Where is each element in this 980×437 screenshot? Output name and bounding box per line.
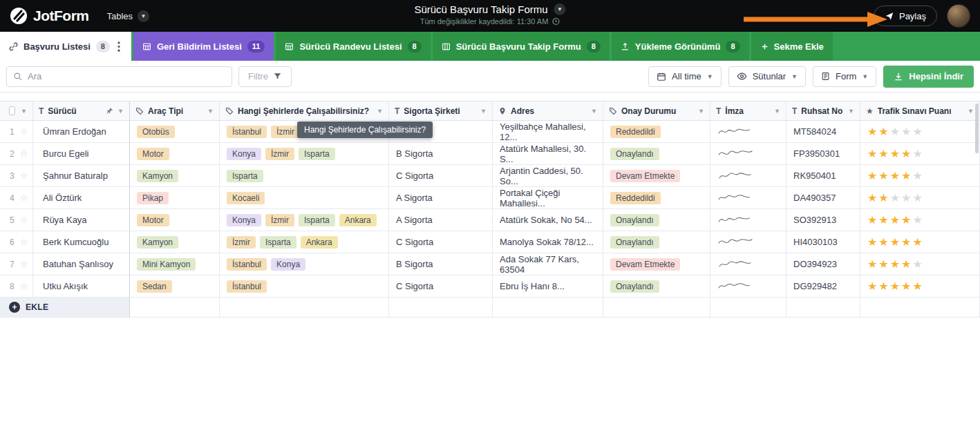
- column-header-i-mza[interactable]: Tİmza▼: [710, 101, 786, 121]
- cell-signature[interactable]: [710, 209, 786, 231]
- filter-button[interactable]: Filtre: [238, 66, 292, 87]
- chevron-down-icon[interactable]: ▼: [207, 108, 214, 115]
- cell-driver[interactable]: Rüya Kaya: [33, 209, 130, 231]
- chevron-down-icon[interactable]: ▼: [698, 108, 704, 115]
- chevron-down-icon[interactable]: ▼: [968, 108, 974, 115]
- cell-license-no[interactable]: SO392913: [786, 209, 860, 231]
- chevron-down-icon[interactable]: ▼: [480, 108, 487, 115]
- star-rating[interactable]: ★★★★★: [867, 235, 924, 249]
- cell-status[interactable]: Onaylandı: [603, 275, 710, 298]
- tab-surucu-randevu-listesi[interactable]: Sürücü Randevu Listesi8: [276, 32, 430, 61]
- cell-cities[interactable]: İstanbulKonya: [220, 253, 389, 275]
- cell-vehicle-type[interactable]: Pikap: [130, 187, 220, 209]
- tab-basvuru-listesi[interactable]: Başvuru Listesi8: [0, 32, 131, 61]
- select-all-checkbox[interactable]: [9, 106, 15, 115]
- cell-driver[interactable]: Ümran Erdoğan: [33, 121, 130, 143]
- cell-address[interactable]: Manolya Sokak 78/12...: [493, 231, 603, 253]
- cell-insurance[interactable]: A Sigorta: [389, 187, 493, 209]
- cell-status[interactable]: Reddedildi: [603, 187, 710, 209]
- cell-status[interactable]: Devam Etmekte: [603, 253, 710, 275]
- cell-traffic-score[interactable]: ★★★★★: [860, 143, 980, 165]
- cell-vehicle-type[interactable]: Otobüs: [130, 121, 220, 143]
- cell-cities[interactable]: Isparta: [220, 165, 389, 187]
- cell-license-no[interactable]: DA490357: [786, 187, 860, 209]
- cell-insurance[interactable]: C Sigorta: [389, 231, 493, 253]
- column-header-onay-durumu[interactable]: Onay Durumu▼: [603, 101, 710, 121]
- cell-address[interactable]: Arjantin Caddesi, 50. So...: [493, 165, 603, 187]
- favorite-star-icon[interactable]: ☆: [20, 237, 28, 247]
- column-header-trafik-sinavi-puani[interactable]: ★Trafik Sınavı Puanı▼: [860, 101, 980, 121]
- cell-address[interactable]: Atatürk Mahallesi, 30. S...: [493, 143, 603, 165]
- cell-status[interactable]: Devam Etmekte: [603, 165, 710, 187]
- cell-vehicle-type[interactable]: Motor: [130, 209, 220, 231]
- form-button[interactable]: Form ▼: [813, 66, 876, 87]
- cell-status[interactable]: Onaylandı: [603, 209, 710, 231]
- vertical-scrollbar[interactable]: [975, 104, 979, 153]
- cell-traffic-score[interactable]: ★★★★★: [860, 121, 980, 143]
- cell-cities[interactable]: KonyaİzmirIspartaAnkara: [220, 209, 389, 231]
- cell-insurance[interactable]: B Sigorta: [389, 253, 493, 275]
- add-row-button[interactable]: +EKLE: [0, 298, 130, 318]
- cell-status[interactable]: Onaylandı: [603, 143, 710, 165]
- star-rating[interactable]: ★★★★★: [867, 280, 924, 293]
- kebab-menu-icon[interactable]: [115, 40, 122, 53]
- cell-signature[interactable]: [710, 187, 786, 209]
- cell-status[interactable]: Onaylandı: [603, 231, 710, 253]
- cell-signature[interactable]: [710, 165, 786, 187]
- favorite-star-icon[interactable]: ☆: [20, 259, 28, 269]
- cell-traffic-score[interactable]: ★★★★★: [860, 209, 980, 231]
- star-rating[interactable]: ★★★★★: [867, 191, 924, 204]
- chevron-down-icon[interactable]: ▼: [21, 108, 27, 115]
- cell-driver[interactable]: Utku Akışık: [33, 275, 130, 298]
- jotform-logo[interactable]: JotForm: [10, 7, 89, 25]
- favorite-star-icon[interactable]: ☆: [20, 171, 28, 181]
- cell-license-no[interactable]: RK950401: [786, 165, 860, 187]
- cell-insurance[interactable]: C Sigorta: [389, 165, 493, 187]
- columns-button[interactable]: Sütunlar ▼: [728, 66, 806, 87]
- column-header-sigorta-sirketi[interactable]: TSigorta Şirketi▼: [389, 101, 493, 121]
- cell-cities[interactable]: Kocaeli: [220, 187, 389, 209]
- cell-address[interactable]: Atatürk Sokak, No 54...: [493, 209, 603, 231]
- cell-traffic-score[interactable]: ★★★★★: [860, 253, 980, 275]
- tab-yukleme-gorunumu[interactable]: Yükleme Görünümü8: [612, 32, 749, 61]
- column-header-surucu[interactable]: TSürücü▼: [33, 101, 130, 121]
- cell-signature[interactable]: [710, 143, 786, 165]
- cell-vehicle-type[interactable]: Kamyon: [130, 231, 220, 253]
- pin-icon[interactable]: [106, 107, 113, 115]
- column-header-arac-tipi[interactable]: Araç Tipi▼: [130, 101, 220, 121]
- time-filter-button[interactable]: All time ▼: [648, 66, 722, 87]
- favorite-star-icon[interactable]: ☆: [20, 215, 28, 225]
- chevron-down-icon[interactable]: ▼: [591, 108, 597, 115]
- cell-cities[interactable]: İstanbul: [220, 275, 389, 298]
- star-rating[interactable]: ★★★★★: [867, 169, 924, 182]
- search-input[interactable]: [28, 71, 225, 81]
- cell-traffic-score[interactable]: ★★★★★: [860, 275, 980, 298]
- cell-driver[interactable]: Batuhan Şanlısoy: [33, 253, 130, 275]
- cell-license-no[interactable]: DO394923: [786, 253, 860, 275]
- cell-address[interactable]: Portakal Çiçeği Mahallesi...: [493, 187, 603, 209]
- cell-address[interactable]: Yeşilbahçe Mahallesi, 12...: [493, 121, 603, 143]
- title-chevron-icon[interactable]: ▼: [554, 3, 566, 15]
- tab-geri-bildirim-listesi[interactable]: Geri Bildirim Listesi11: [133, 32, 274, 61]
- cell-insurance[interactable]: B Sigorta: [389, 143, 493, 165]
- column-header-adres[interactable]: Adres▼: [493, 101, 603, 121]
- cell-driver[interactable]: Berk Kumcuoğlu: [33, 231, 130, 253]
- favorite-star-icon[interactable]: ☆: [20, 126, 28, 137]
- cell-insurance[interactable]: A Sigorta: [389, 209, 493, 231]
- avatar[interactable]: [947, 4, 970, 28]
- cell-signature[interactable]: [710, 253, 786, 275]
- cell-address[interactable]: Ebru İş Hanı 8...: [493, 275, 603, 298]
- cell-address[interactable]: Ada Sokak 77 Kars, 63504: [493, 253, 603, 275]
- cell-cities[interactable]: İzmirIspartaAnkara: [220, 231, 389, 253]
- column-header-hangi-sehirlerde-calisabilirsiniz[interactable]: Hangi Şehirlerde Çalışabilirsiniz?▼: [220, 101, 389, 121]
- cell-vehicle-type[interactable]: Mini Kamyon: [130, 253, 220, 275]
- cell-license-no[interactable]: MT584024: [786, 121, 860, 143]
- cell-license-no[interactable]: DG929482: [786, 275, 860, 298]
- cell-signature[interactable]: [710, 231, 786, 253]
- cell-traffic-score[interactable]: ★★★★★: [860, 165, 980, 187]
- search-box[interactable]: [6, 66, 232, 87]
- chevron-down-icon[interactable]: ▼: [377, 108, 383, 115]
- tables-menu[interactable]: Tables ▼: [107, 10, 150, 22]
- cell-cities[interactable]: KonyaİzmirIsparta: [220, 143, 389, 165]
- tab-surucu-basvuru-takip-formu[interactable]: Sürücü Başvuru Takip Formu8: [433, 32, 610, 61]
